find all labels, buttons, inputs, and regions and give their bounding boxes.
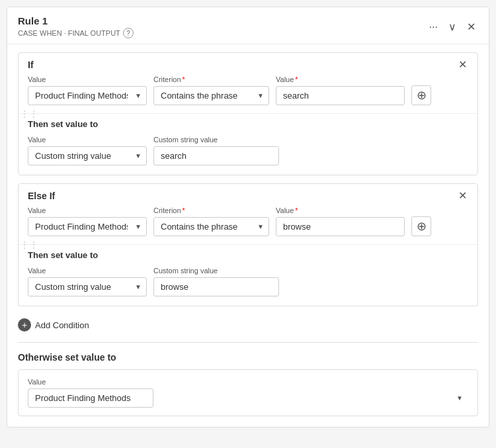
if-then-row: Value Custom string value ▼ Custom strin… xyxy=(28,136,468,165)
if-then-value-group: Value Custom string value ▼ xyxy=(28,136,147,165)
else-if-then-value-group: Value Custom string value ▼ xyxy=(28,267,147,296)
otherwise-block: Value Product Finding Methods ▼ xyxy=(18,369,478,416)
else-if-then-value-select[interactable]: Custom string value xyxy=(28,277,147,296)
if-drag-handle[interactable]: ⋮⋮ xyxy=(20,109,38,119)
else-if-value-label: Value xyxy=(28,206,147,214)
if-title: If xyxy=(28,60,34,70)
else-if-then-title: Then set value to xyxy=(28,250,468,260)
if-then-value-select-wrapper: Custom string value ▼ xyxy=(28,146,147,165)
else-if-then-custom-input[interactable] xyxy=(153,277,279,296)
if-criterion-group: Criterion* Contains the phrase ▼ xyxy=(153,75,269,105)
if-then-title: Then set value to xyxy=(28,119,468,129)
rule-body: ⋮⋮ If ✕ Value Product Finding Methods ▼ xyxy=(7,44,489,427)
if-criterion-select-wrapper: Contains the phrase ▼ xyxy=(153,86,269,105)
else-if-criterion-select[interactable]: Contains the phrase xyxy=(153,217,269,236)
rule-container: Rule 1 CASE WHEN · FINAL OUTPUT ? ··· ∨ … xyxy=(7,7,489,427)
otherwise-section: Otherwise set value to Value Product Fin… xyxy=(18,349,478,416)
else-if-add-button[interactable]: ⊕ xyxy=(411,216,431,236)
close-rule-button[interactable]: ✕ xyxy=(464,21,478,34)
if-then-value-select[interactable]: Custom string value xyxy=(28,146,147,165)
else-if-block: ⋮⋮ Else If ✕ Value Product Finding Metho… xyxy=(18,183,478,306)
if-then-custom-input[interactable] xyxy=(153,146,279,165)
else-if-criterion-group: Criterion* Contains the phrase ▼ xyxy=(153,206,269,236)
otherwise-title: Otherwise set value to xyxy=(18,349,478,363)
if-value-select-wrapper: Product Finding Methods ▼ xyxy=(28,86,147,105)
rule-subtitle: CASE WHEN · FINAL OUTPUT ? xyxy=(18,28,134,38)
if-criterion-select[interactable]: Contains the phrase xyxy=(153,86,269,105)
add-condition-button[interactable]: + Add Condition xyxy=(18,314,89,336)
if-header: If ✕ xyxy=(19,53,477,75)
else-if-criterion-label: Criterion* xyxy=(153,206,269,214)
else-if-then-custom-label: Custom string value xyxy=(153,267,279,275)
else-if-then-custom-group: Custom string value xyxy=(153,267,279,296)
else-if-value-select[interactable]: Product Finding Methods xyxy=(28,217,147,236)
otherwise-value-group: Value Product Finding Methods ▼ xyxy=(28,378,468,408)
otherwise-value-select-wrapper: Product Finding Methods ▼ xyxy=(28,388,468,408)
else-if-value-select-wrapper: Product Finding Methods ▼ xyxy=(28,217,147,236)
if-criterion-label: Criterion* xyxy=(153,75,269,83)
if-value2-label: Value* xyxy=(276,75,405,83)
else-if-condition-row: Value Product Finding Methods ▼ Criterio… xyxy=(19,206,477,244)
add-condition-label: Add Condition xyxy=(35,320,89,330)
else-if-drag-handle[interactable]: ⋮⋮ xyxy=(20,240,38,250)
if-then-section: Then set value to Value Custom string va… xyxy=(19,113,477,175)
if-then-value-label: Value xyxy=(28,136,147,144)
otherwise-value-arrow: ▼ xyxy=(456,394,463,402)
else-if-then-row: Value Custom string value ▼ Custom strin… xyxy=(28,267,468,296)
if-value-select[interactable]: Product Finding Methods xyxy=(28,86,147,105)
else-if-value2-label: Value* xyxy=(276,206,405,214)
rule-header-actions: ··· ∨ ✕ xyxy=(427,21,478,34)
rule-title: Rule 1 xyxy=(18,15,134,26)
if-value-group: Value Product Finding Methods ▼ xyxy=(28,75,147,105)
rule-header: Rule 1 CASE WHEN · FINAL OUTPUT ? ··· ∨ … xyxy=(7,7,489,44)
if-then-custom-label: Custom string value xyxy=(153,136,279,144)
else-if-then-value-label: Value xyxy=(28,267,147,275)
if-add-button[interactable]: ⊕ xyxy=(411,85,431,105)
if-then-custom-group: Custom string value xyxy=(153,136,279,165)
if-value-label: Value xyxy=(28,75,147,83)
more-options-button[interactable]: ··· xyxy=(427,21,440,34)
if-close-button[interactable]: ✕ xyxy=(457,60,468,70)
if-value2-input[interactable] xyxy=(276,86,405,105)
else-if-value2-group: Value* xyxy=(276,206,405,236)
else-if-then-section: Then set value to Value Custom string va… xyxy=(19,244,477,306)
add-condition-circle-icon: + xyxy=(18,318,31,332)
help-icon[interactable]: ? xyxy=(123,28,134,38)
else-if-criterion-select-wrapper: Contains the phrase ▼ xyxy=(153,217,269,236)
else-if-value2-input[interactable] xyxy=(276,217,405,236)
otherwise-value-select[interactable]: Product Finding Methods xyxy=(28,388,153,408)
collapse-button[interactable]: ∨ xyxy=(446,21,459,34)
if-condition-row: Value Product Finding Methods ▼ Criterio… xyxy=(19,75,477,113)
divider xyxy=(18,342,478,343)
else-if-header: Else If ✕ xyxy=(19,184,477,206)
else-if-close-button[interactable]: ✕ xyxy=(457,191,468,201)
else-if-then-value-select-wrapper: Custom string value ▼ xyxy=(28,277,147,296)
else-if-value-group: Value Product Finding Methods ▼ xyxy=(28,206,147,236)
if-value2-group: Value* xyxy=(276,75,405,105)
rule-header-left: Rule 1 CASE WHEN · FINAL OUTPUT ? xyxy=(18,15,134,38)
otherwise-value-label: Value xyxy=(28,378,468,386)
else-if-title: Else If xyxy=(28,191,55,201)
if-block: ⋮⋮ If ✕ Value Product Finding Methods ▼ xyxy=(18,52,478,175)
